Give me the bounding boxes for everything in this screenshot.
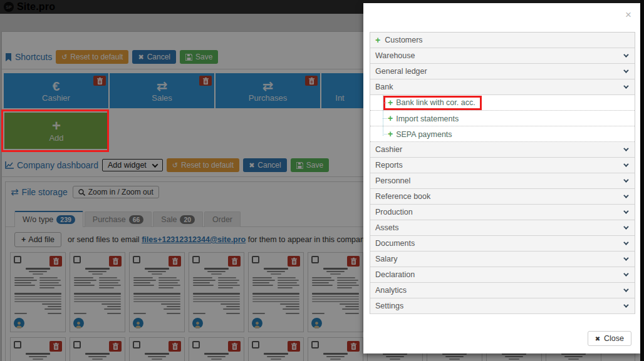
- menu-item-label: Production: [375, 208, 413, 216]
- plus-icon: +: [375, 36, 380, 44]
- chevron-down-icon: [623, 255, 628, 260]
- submenu-item-sepa-payments[interactable]: +SEPA payments: [370, 126, 635, 142]
- menu-item-label: Customers: [385, 36, 422, 44]
- chevron-down-icon: [623, 271, 628, 276]
- menu-item-bank[interactable]: Bank: [370, 79, 635, 95]
- submenu-item-content: +SEPA payments: [388, 130, 452, 139]
- plus-icon: +: [388, 113, 393, 123]
- shortcut-menu: +CustomersWarehouseGeneral ledgerBank+Ba…: [370, 32, 635, 314]
- chevron-down-icon: [623, 68, 628, 73]
- menu-item-assets[interactable]: Assets: [370, 220, 635, 236]
- menu-item-salary[interactable]: Salary: [370, 252, 635, 267]
- modal-close-icon[interactable]: ×: [625, 9, 631, 20]
- menu-item-documents[interactable]: Documents: [370, 236, 635, 252]
- chevron-down-icon: [623, 287, 628, 292]
- chevron-down-icon: [623, 224, 628, 229]
- menu-item-label: General ledger: [375, 67, 427, 76]
- submenu-item-import-statements[interactable]: +Import statements: [370, 111, 635, 126]
- chevron-down-icon: [623, 208, 628, 213]
- chevron-down-icon: [623, 302, 628, 307]
- menu-item-label: Settings: [375, 302, 403, 310]
- menu-item-personnel[interactable]: Personnel: [370, 173, 635, 189]
- x-icon: ✖: [595, 335, 600, 342]
- submenu-item-bank-link-with-cor-acc[interactable]: +Bank link with cor. acc.: [370, 95, 635, 111]
- submenu-item-label: Bank link with cor. acc.: [396, 98, 475, 107]
- menu-item-label: Documents: [375, 239, 415, 248]
- menu-item-label: Analytics: [375, 286, 407, 295]
- chevron-down-icon: [623, 52, 628, 57]
- menu-item-label: Warehouse: [375, 51, 415, 60]
- chevron-down-icon: [623, 193, 628, 198]
- chevron-down-icon: [623, 146, 628, 151]
- menu-item-label: Reports: [375, 161, 403, 170]
- menu-item-reference-book[interactable]: Reference book: [370, 189, 635, 205]
- menu-item-customers[interactable]: +Customers: [370, 33, 635, 48]
- menu-item-production[interactable]: Production: [370, 205, 635, 220]
- chevron-down-icon: [623, 83, 628, 88]
- submenu-bank: +Bank link with cor. acc.+Import stateme…: [370, 95, 635, 142]
- menu-item-label: Assets: [375, 223, 399, 232]
- menu-item-warehouse[interactable]: Warehouse: [370, 48, 635, 64]
- menu-item-label: Personnel: [375, 176, 410, 185]
- menu-item-reports[interactable]: Reports: [370, 158, 635, 173]
- menu-item-label: Salary: [375, 255, 397, 263]
- submenu-item-label: SEPA payments: [396, 130, 452, 139]
- menu-item-declaration[interactable]: Declaration: [370, 267, 635, 283]
- menu-item-analytics[interactable]: Analytics: [370, 283, 635, 298]
- plus-icon: +: [388, 98, 393, 107]
- chevron-down-icon: [623, 177, 628, 182]
- menu-item-general-ledger[interactable]: General ledger: [370, 64, 635, 79]
- menu-item-settings[interactable]: Settings: [370, 298, 635, 314]
- submenu-item-label: Import statements: [396, 114, 459, 123]
- chevron-down-icon: [623, 240, 628, 245]
- modal-close-button[interactable]: ✖ Close: [588, 331, 631, 346]
- menu-item-label: Bank: [375, 83, 393, 91]
- menu-item-label: Declaration: [375, 270, 415, 279]
- menu-item-label: Cashier: [375, 145, 402, 154]
- plus-icon: +: [388, 129, 393, 139]
- highlight-annotation-bank-link: +Bank link with cor. acc.: [383, 96, 482, 110]
- menu-item-label: Reference book: [375, 192, 430, 201]
- chevron-down-icon: [623, 161, 628, 166]
- submenu-item-content: +Import statements: [388, 114, 459, 123]
- menu-item-cashier[interactable]: Cashier: [370, 142, 635, 158]
- add-shortcut-modal: × +CustomersWarehouseGeneral ledgerBank+…: [363, 3, 640, 353]
